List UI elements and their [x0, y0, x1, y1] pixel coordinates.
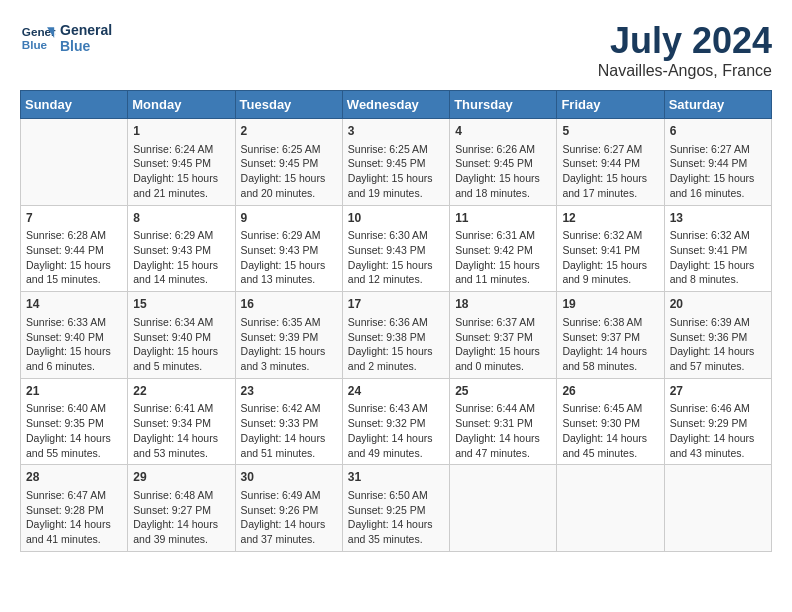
day-number: 31 [348, 469, 444, 486]
day-number: 29 [133, 469, 229, 486]
calendar-cell: 13Sunrise: 6:32 AM Sunset: 9:41 PM Dayli… [664, 205, 771, 292]
day-number: 30 [241, 469, 337, 486]
calendar-cell: 31Sunrise: 6:50 AM Sunset: 9:25 PM Dayli… [342, 465, 449, 552]
location-title: Navailles-Angos, France [598, 62, 772, 80]
day-number: 21 [26, 383, 122, 400]
day-number: 18 [455, 296, 551, 313]
weekday-header-saturday: Saturday [664, 91, 771, 119]
cell-content: Sunrise: 6:43 AM Sunset: 9:32 PM Dayligh… [348, 401, 444, 460]
cell-content: Sunrise: 6:38 AM Sunset: 9:37 PM Dayligh… [562, 315, 658, 374]
cell-content: Sunrise: 6:42 AM Sunset: 9:33 PM Dayligh… [241, 401, 337, 460]
logo-general: General [60, 22, 112, 38]
cell-content: Sunrise: 6:32 AM Sunset: 9:41 PM Dayligh… [670, 228, 766, 287]
cell-content: Sunrise: 6:31 AM Sunset: 9:42 PM Dayligh… [455, 228, 551, 287]
cell-content: Sunrise: 6:36 AM Sunset: 9:38 PM Dayligh… [348, 315, 444, 374]
cell-content: Sunrise: 6:35 AM Sunset: 9:39 PM Dayligh… [241, 315, 337, 374]
calendar-cell: 7Sunrise: 6:28 AM Sunset: 9:44 PM Daylig… [21, 205, 128, 292]
calendar-cell: 14Sunrise: 6:33 AM Sunset: 9:40 PM Dayli… [21, 292, 128, 379]
calendar-cell [21, 119, 128, 206]
cell-content: Sunrise: 6:29 AM Sunset: 9:43 PM Dayligh… [241, 228, 337, 287]
weekday-header-tuesday: Tuesday [235, 91, 342, 119]
week-row-1: 1Sunrise: 6:24 AM Sunset: 9:45 PM Daylig… [21, 119, 772, 206]
day-number: 8 [133, 210, 229, 227]
day-number: 13 [670, 210, 766, 227]
cell-content: Sunrise: 6:39 AM Sunset: 9:36 PM Dayligh… [670, 315, 766, 374]
day-number: 23 [241, 383, 337, 400]
day-number: 25 [455, 383, 551, 400]
page-header: General Blue General Blue July 2024 Nava… [20, 20, 772, 80]
calendar-cell [664, 465, 771, 552]
cell-content: Sunrise: 6:25 AM Sunset: 9:45 PM Dayligh… [241, 142, 337, 201]
calendar-cell: 4Sunrise: 6:26 AM Sunset: 9:45 PM Daylig… [450, 119, 557, 206]
cell-content: Sunrise: 6:25 AM Sunset: 9:45 PM Dayligh… [348, 142, 444, 201]
day-number: 12 [562, 210, 658, 227]
cell-content: Sunrise: 6:30 AM Sunset: 9:43 PM Dayligh… [348, 228, 444, 287]
cell-content: Sunrise: 6:45 AM Sunset: 9:30 PM Dayligh… [562, 401, 658, 460]
calendar-cell: 9Sunrise: 6:29 AM Sunset: 9:43 PM Daylig… [235, 205, 342, 292]
cell-content: Sunrise: 6:41 AM Sunset: 9:34 PM Dayligh… [133, 401, 229, 460]
calendar-cell [557, 465, 664, 552]
calendar-cell: 5Sunrise: 6:27 AM Sunset: 9:44 PM Daylig… [557, 119, 664, 206]
day-number: 6 [670, 123, 766, 140]
logo-blue: Blue [60, 38, 112, 54]
calendar-cell: 26Sunrise: 6:45 AM Sunset: 9:30 PM Dayli… [557, 378, 664, 465]
weekday-header-wednesday: Wednesday [342, 91, 449, 119]
calendar-cell: 10Sunrise: 6:30 AM Sunset: 9:43 PM Dayli… [342, 205, 449, 292]
day-number: 19 [562, 296, 658, 313]
title-block: July 2024 Navailles-Angos, France [598, 20, 772, 80]
calendar-cell: 21Sunrise: 6:40 AM Sunset: 9:35 PM Dayli… [21, 378, 128, 465]
day-number: 20 [670, 296, 766, 313]
calendar-cell: 22Sunrise: 6:41 AM Sunset: 9:34 PM Dayli… [128, 378, 235, 465]
day-number: 15 [133, 296, 229, 313]
day-number: 24 [348, 383, 444, 400]
day-number: 22 [133, 383, 229, 400]
cell-content: Sunrise: 6:37 AM Sunset: 9:37 PM Dayligh… [455, 315, 551, 374]
day-number: 16 [241, 296, 337, 313]
day-number: 7 [26, 210, 122, 227]
cell-content: Sunrise: 6:49 AM Sunset: 9:26 PM Dayligh… [241, 488, 337, 547]
day-number: 9 [241, 210, 337, 227]
weekday-header-monday: Monday [128, 91, 235, 119]
calendar-cell: 8Sunrise: 6:29 AM Sunset: 9:43 PM Daylig… [128, 205, 235, 292]
cell-content: Sunrise: 6:47 AM Sunset: 9:28 PM Dayligh… [26, 488, 122, 547]
calendar-cell: 24Sunrise: 6:43 AM Sunset: 9:32 PM Dayli… [342, 378, 449, 465]
day-number: 1 [133, 123, 229, 140]
week-row-3: 14Sunrise: 6:33 AM Sunset: 9:40 PM Dayli… [21, 292, 772, 379]
day-number: 26 [562, 383, 658, 400]
calendar-cell: 30Sunrise: 6:49 AM Sunset: 9:26 PM Dayli… [235, 465, 342, 552]
week-row-5: 28Sunrise: 6:47 AM Sunset: 9:28 PM Dayli… [21, 465, 772, 552]
calendar-cell: 18Sunrise: 6:37 AM Sunset: 9:37 PM Dayli… [450, 292, 557, 379]
day-number: 11 [455, 210, 551, 227]
calendar-cell: 17Sunrise: 6:36 AM Sunset: 9:38 PM Dayli… [342, 292, 449, 379]
cell-content: Sunrise: 6:32 AM Sunset: 9:41 PM Dayligh… [562, 228, 658, 287]
cell-content: Sunrise: 6:50 AM Sunset: 9:25 PM Dayligh… [348, 488, 444, 547]
calendar-cell: 25Sunrise: 6:44 AM Sunset: 9:31 PM Dayli… [450, 378, 557, 465]
cell-content: Sunrise: 6:46 AM Sunset: 9:29 PM Dayligh… [670, 401, 766, 460]
day-number: 3 [348, 123, 444, 140]
logo-icon: General Blue [20, 20, 56, 56]
cell-content: Sunrise: 6:48 AM Sunset: 9:27 PM Dayligh… [133, 488, 229, 547]
day-number: 5 [562, 123, 658, 140]
day-number: 2 [241, 123, 337, 140]
calendar-cell: 1Sunrise: 6:24 AM Sunset: 9:45 PM Daylig… [128, 119, 235, 206]
month-title: July 2024 [598, 20, 772, 62]
calendar-cell: 2Sunrise: 6:25 AM Sunset: 9:45 PM Daylig… [235, 119, 342, 206]
calendar-cell: 28Sunrise: 6:47 AM Sunset: 9:28 PM Dayli… [21, 465, 128, 552]
logo: General Blue General Blue [20, 20, 112, 56]
calendar-cell: 23Sunrise: 6:42 AM Sunset: 9:33 PM Dayli… [235, 378, 342, 465]
week-row-4: 21Sunrise: 6:40 AM Sunset: 9:35 PM Dayli… [21, 378, 772, 465]
cell-content: Sunrise: 6:24 AM Sunset: 9:45 PM Dayligh… [133, 142, 229, 201]
calendar-cell [450, 465, 557, 552]
week-row-2: 7Sunrise: 6:28 AM Sunset: 9:44 PM Daylig… [21, 205, 772, 292]
day-number: 27 [670, 383, 766, 400]
weekday-header-row: SundayMondayTuesdayWednesdayThursdayFrid… [21, 91, 772, 119]
day-number: 10 [348, 210, 444, 227]
calendar-cell: 3Sunrise: 6:25 AM Sunset: 9:45 PM Daylig… [342, 119, 449, 206]
calendar-cell: 11Sunrise: 6:31 AM Sunset: 9:42 PM Dayli… [450, 205, 557, 292]
day-number: 14 [26, 296, 122, 313]
weekday-header-friday: Friday [557, 91, 664, 119]
day-number: 4 [455, 123, 551, 140]
cell-content: Sunrise: 6:33 AM Sunset: 9:40 PM Dayligh… [26, 315, 122, 374]
calendar-cell: 19Sunrise: 6:38 AM Sunset: 9:37 PM Dayli… [557, 292, 664, 379]
cell-content: Sunrise: 6:27 AM Sunset: 9:44 PM Dayligh… [562, 142, 658, 201]
